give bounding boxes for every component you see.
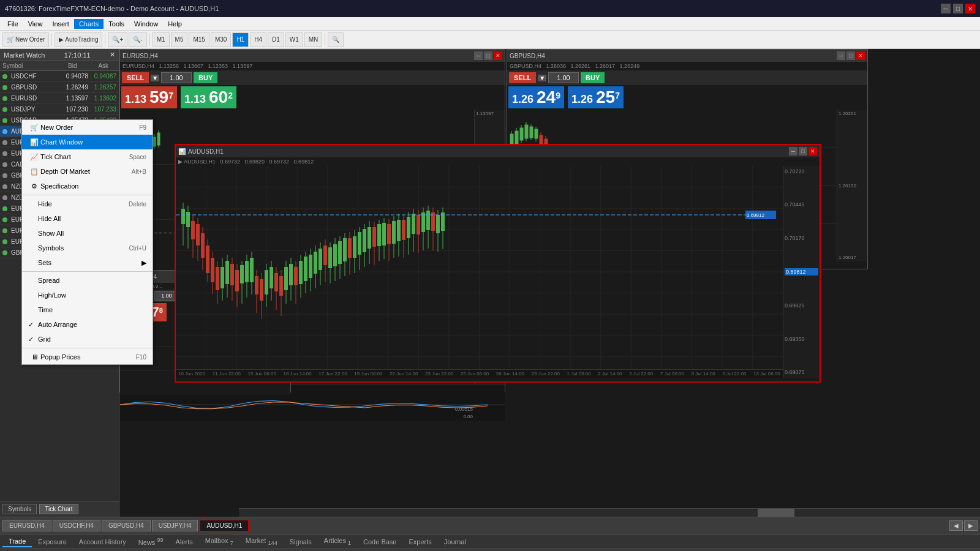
mw-row-eurusd[interactable]: EURUSD 1.13597 1.13602 (0, 93, 119, 104)
audusd-restore-btn[interactable]: □ (799, 147, 807, 156)
ctx-popup-prices[interactable]: 🖥 Popup Prices F10 (22, 350, 153, 364)
tf-h1[interactable]: H1 (232, 32, 249, 47)
svg-rect-111 (250, 258, 254, 282)
tf-d1[interactable]: D1 (268, 32, 284, 47)
symbols-tab-button[interactable]: Symbols (2, 504, 37, 514)
terminal-tab-articles[interactable]: Articles 1 (318, 536, 357, 547)
tf-m5[interactable]: M5 (171, 32, 188, 47)
gbpusd-close-btn[interactable]: ✕ (856, 51, 865, 60)
tab-usdchf[interactable]: USDCHF,H4 (53, 520, 100, 531)
eurusd-close-btn[interactable]: ✕ (494, 51, 502, 60)
terminal-tab-experts[interactable]: Experts (402, 537, 437, 547)
svg-rect-137 (314, 252, 317, 274)
gbpusd-icon (0, 85, 10, 90)
minimize-button[interactable]: ─ (941, 4, 951, 13)
ctx-hide[interactable]: Hide Delete (22, 197, 153, 211)
gbpusd-sell-dropdown[interactable]: ▼ (538, 75, 546, 81)
market-watch-close[interactable]: ✕ (110, 51, 115, 59)
tf-w1[interactable]: W1 (285, 32, 303, 47)
tf-m1[interactable]: M1 (153, 32, 170, 47)
gbpusd-minimize-btn[interactable]: ─ (837, 51, 845, 60)
mw-row-usdjpy[interactable]: USDJPY 107.230 107.233 (0, 104, 119, 115)
menu-window[interactable]: Window (129, 19, 163, 29)
terminal-tab-trade[interactable]: Trade (2, 536, 32, 547)
terminal-tab-news[interactable]: News 99 (132, 536, 170, 547)
ctx-show-all[interactable]: Show All (22, 226, 153, 241)
eurusd-sell-dropdown[interactable]: ▼ (151, 75, 159, 81)
tab-gbpusd[interactable]: GBPUSD,H4 (102, 520, 151, 531)
svg-rect-151 (348, 238, 352, 258)
tabs-scroll-right[interactable]: ▶ (964, 520, 978, 531)
ctx-specification[interactable]: ⚙ Specification (22, 179, 153, 193)
market-watch-time: 17:10:11 (64, 51, 91, 59)
tf-mn[interactable]: MN (304, 32, 323, 47)
search-button[interactable]: 🔍 (328, 32, 344, 47)
tick-chart-tab-button[interactable]: Tick Chart (39, 504, 78, 514)
ctx-auto-arrange[interactable]: ✓ Auto Arrange (22, 317, 153, 332)
new-order-button[interactable]: 🛒 New Order (2, 32, 49, 47)
tf-m15[interactable]: M15 (189, 32, 209, 47)
gbpusd-sell-price: 1.26 249 (508, 86, 564, 108)
ctx-grid[interactable]: ✓ Grid (22, 332, 153, 347)
autotrading-button[interactable]: ▶ AutoTrading (55, 32, 102, 47)
ctx-tick-chart[interactable]: 📈 Tick Chart Space (22, 149, 153, 164)
eurtry-icon (0, 239, 10, 244)
usdcad-icon (0, 118, 10, 123)
chart-horizontal-scrollbar[interactable] (239, 508, 980, 517)
eurusd-minimize-btn[interactable]: ─ (474, 51, 483, 60)
gbpusd-sell-button[interactable]: SELL (509, 72, 536, 83)
close-button[interactable]: ✕ (965, 4, 975, 13)
ctx-symbols[interactable]: Symbols Ctrl+U (22, 241, 153, 255)
toolbar-sep-4 (325, 34, 325, 46)
nzdcad-icon (0, 195, 10, 200)
ctx-new-order[interactable]: 🛒 New Order F9 (22, 120, 153, 135)
market-watch-header: Market Watch 17:10:11 ✕ (0, 49, 119, 61)
terminal-tab-exposure[interactable]: Exposure (32, 537, 72, 547)
menu-charts[interactable]: Charts (74, 19, 104, 29)
mw-row-usdchf[interactable]: USDCHF 0.94078 0.94087 (0, 71, 119, 82)
tf-m30[interactable]: M30 (211, 32, 231, 47)
menu-view[interactable]: View (23, 19, 48, 29)
ctx-hide-all[interactable]: Hide All (22, 211, 153, 226)
menu-tools[interactable]: Tools (104, 19, 129, 29)
eurusd-icon (0, 96, 10, 101)
audusd-minimize-btn[interactable]: ─ (789, 147, 797, 156)
tab-usdjpy[interactable]: USDJPY,H4 (152, 520, 198, 531)
gbpusd-lot-input[interactable] (548, 72, 579, 83)
ctx-spread[interactable]: Spread (22, 273, 153, 288)
eurusd-sell-button[interactable]: SELL (122, 72, 149, 83)
spec-ctx-icon: ⚙ (28, 182, 40, 190)
tab-audusd[interactable]: AUDUSD,H1 (199, 519, 249, 532)
audusd-close-btn[interactable]: ✕ (809, 147, 817, 156)
terminal-tab-journal[interactable]: Journal (438, 537, 472, 547)
menu-help[interactable]: Help (163, 19, 187, 29)
zoom-in-button[interactable]: 🔍+ (108, 32, 127, 47)
ctx-depth-of-market[interactable]: 📋 Depth Of Market Alt+B (22, 164, 153, 179)
menu-insert[interactable]: Insert (47, 19, 74, 29)
gbpusd-restore-btn[interactable]: □ (846, 51, 855, 60)
eurusd-restore-btn[interactable]: □ (484, 51, 492, 60)
ctx-sets[interactable]: Sets ▶ (22, 255, 153, 270)
terminal-tab-alerts[interactable]: Alerts (170, 537, 199, 547)
tabs-scroll-left[interactable]: ◀ (949, 520, 963, 531)
terminal-tab-history[interactable]: Account History (73, 537, 132, 547)
menu-file[interactable]: File (2, 19, 23, 29)
eurusd-lot-input[interactable] (161, 72, 192, 83)
terminal-tab-signals[interactable]: Signals (284, 537, 318, 547)
terminal-tab-codebase[interactable]: Code Base (357, 537, 402, 547)
zoom-out-button[interactable]: 🔍- (129, 32, 146, 47)
mw-row-gbpusd[interactable]: GBPUSD 1.26249 1.26257 (0, 82, 119, 93)
tab-eurusd[interactable]: EURUSD,H4 (2, 520, 51, 531)
svg-rect-101 (225, 261, 229, 284)
eurusd-buy-button[interactable]: BUY (194, 72, 217, 83)
gbpusd-buy-button[interactable]: BUY (581, 72, 605, 83)
tf-h4[interactable]: H4 (250, 32, 266, 47)
terminal-tab-mailbox[interactable]: Mailbox 7 (199, 536, 239, 547)
ctx-chart-window[interactable]: 📊 Chart Window (22, 135, 153, 149)
restore-button[interactable]: □ (953, 4, 963, 13)
svg-rect-167 (387, 224, 391, 244)
ctx-high-low[interactable]: High/Low (22, 288, 153, 302)
svg-rect-129 (294, 267, 298, 285)
ctx-time[interactable]: Time (22, 302, 153, 317)
terminal-tab-market[interactable]: Market 144 (239, 536, 284, 547)
